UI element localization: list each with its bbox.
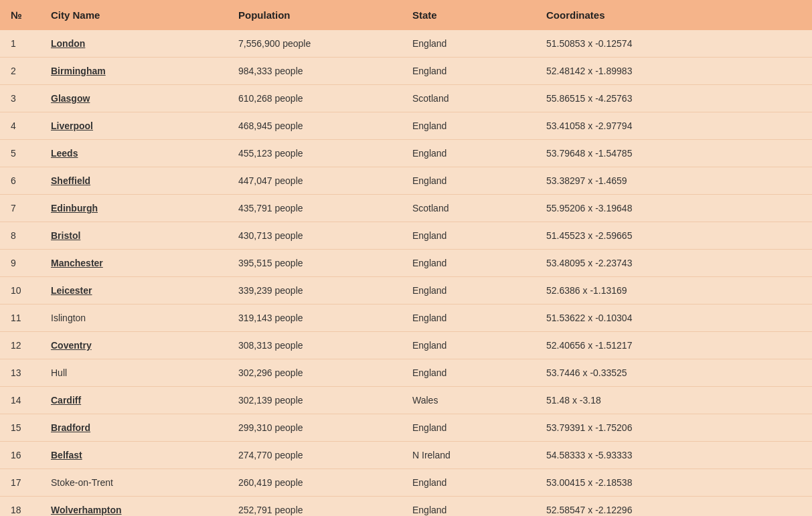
table-row: 6Sheffield447,047 peopleEngland53.38297 … bbox=[0, 167, 812, 195]
cell-city[interactable]: Coventry bbox=[40, 332, 228, 359]
cell-city[interactable]: Leeds bbox=[40, 140, 228, 167]
city-link[interactable]: Leeds bbox=[51, 148, 78, 159]
cell-state: England bbox=[402, 277, 536, 305]
cell-population: 308,313 people bbox=[228, 332, 402, 359]
header-city-name: City Name bbox=[40, 0, 228, 30]
cell-coordinates: 51.48 x -3.18 bbox=[536, 387, 812, 414]
cell-no: 10 bbox=[0, 277, 40, 305]
cell-state: England bbox=[402, 167, 536, 195]
cell-no: 3 bbox=[0, 85, 40, 112]
cell-population: 395,515 people bbox=[228, 250, 402, 277]
cell-state: England bbox=[402, 140, 536, 167]
cell-coordinates: 55.95206 x -3.19648 bbox=[536, 195, 812, 222]
cell-no: 1 bbox=[0, 30, 40, 58]
cell-no: 13 bbox=[0, 359, 40, 387]
city-link[interactable]: Bristol bbox=[51, 230, 80, 241]
cell-coordinates: 52.40656 x -1.51217 bbox=[536, 332, 812, 359]
cell-coordinates: 51.50853 x -0.12574 bbox=[536, 30, 812, 58]
cell-coordinates: 53.7446 x -0.33525 bbox=[536, 359, 812, 387]
city-link[interactable]: Bradford bbox=[51, 422, 90, 433]
cell-population: 339,239 people bbox=[228, 277, 402, 305]
table-row: 18Wolverhampton252,791 peopleEngland52.5… bbox=[0, 497, 812, 517]
city-link[interactable]: Wolverhampton bbox=[51, 505, 122, 515]
cell-city[interactable]: Glasgow bbox=[40, 85, 228, 112]
city-link[interactable]: London bbox=[51, 38, 85, 49]
cell-state: Scotland bbox=[402, 195, 536, 222]
cell-population: 7,556,900 people bbox=[228, 30, 402, 58]
cell-coordinates: 52.58547 x -2.12296 bbox=[536, 497, 812, 517]
cell-no: 12 bbox=[0, 332, 40, 359]
cell-population: 302,296 people bbox=[228, 359, 402, 387]
table-row: 15Bradford299,310 peopleEngland53.79391 … bbox=[0, 414, 812, 442]
cell-coordinates: 51.45523 x -2.59665 bbox=[536, 222, 812, 250]
city-link[interactable]: Birmingham bbox=[51, 66, 106, 76]
cell-no: 7 bbox=[0, 195, 40, 222]
cell-coordinates: 52.6386 x -1.13169 bbox=[536, 277, 812, 305]
city-link[interactable]: Belfast bbox=[51, 450, 82, 460]
city-link[interactable]: Leicester bbox=[51, 285, 92, 296]
city-link[interactable]: Glasgow bbox=[51, 93, 90, 104]
table-row: 1London7,556,900 peopleEngland51.50853 x… bbox=[0, 30, 812, 58]
cell-city[interactable]: Belfast bbox=[40, 442, 228, 469]
cell-population: 435,791 people bbox=[228, 195, 402, 222]
cell-coordinates: 51.53622 x -0.10304 bbox=[536, 305, 812, 332]
cell-city[interactable]: Manchester bbox=[40, 250, 228, 277]
city-link[interactable]: Manchester bbox=[51, 258, 103, 268]
cell-coordinates: 53.00415 x -2.18538 bbox=[536, 469, 812, 497]
table-row: 13Hull302,296 peopleEngland53.7446 x -0.… bbox=[0, 359, 812, 387]
cell-population: 302,139 people bbox=[228, 387, 402, 414]
header-state: State bbox=[402, 0, 536, 30]
cell-city[interactable]: Birmingham bbox=[40, 58, 228, 85]
cell-state: Wales bbox=[402, 387, 536, 414]
cell-coordinates: 53.41058 x -2.97794 bbox=[536, 112, 812, 140]
cell-no: 11 bbox=[0, 305, 40, 332]
cell-population: 260,419 people bbox=[228, 469, 402, 497]
cell-no: 5 bbox=[0, 140, 40, 167]
cell-population: 299,310 people bbox=[228, 414, 402, 442]
table-row: 9Manchester395,515 peopleEngland53.48095… bbox=[0, 250, 812, 277]
city-link[interactable]: Edinburgh bbox=[51, 203, 98, 213]
cell-city[interactable]: Edinburgh bbox=[40, 195, 228, 222]
cell-population: 455,123 people bbox=[228, 140, 402, 167]
cities-table: № City Name Population State Coordinates… bbox=[0, 0, 812, 516]
table-row: 3Glasgow610,268 peopleScotland55.86515 x… bbox=[0, 85, 812, 112]
cell-population: 447,047 people bbox=[228, 167, 402, 195]
cell-state: England bbox=[402, 58, 536, 85]
cell-population: 319,143 people bbox=[228, 305, 402, 332]
cell-state: England bbox=[402, 414, 536, 442]
cell-city[interactable]: Liverpool bbox=[40, 112, 228, 140]
cell-state: England bbox=[402, 222, 536, 250]
table-row: 12Coventry308,313 peopleEngland52.40656 … bbox=[0, 332, 812, 359]
cell-coordinates: 53.48095 x -2.23743 bbox=[536, 250, 812, 277]
city-link[interactable]: Liverpool bbox=[51, 120, 93, 131]
table-row: 10Leicester339,239 peopleEngland52.6386 … bbox=[0, 277, 812, 305]
cell-coordinates: 55.86515 x -4.25763 bbox=[536, 85, 812, 112]
city-link[interactable]: Cardiff bbox=[51, 395, 81, 406]
city-link[interactable]: Coventry bbox=[51, 340, 92, 351]
cell-city[interactable]: Bradford bbox=[40, 414, 228, 442]
cell-city[interactable]: Bristol bbox=[40, 222, 228, 250]
table-row: 11Islington319,143 peopleEngland51.53622… bbox=[0, 305, 812, 332]
table-row: 4Liverpool468,945 peopleEngland53.41058 … bbox=[0, 112, 812, 140]
cell-city[interactable]: Cardiff bbox=[40, 387, 228, 414]
cell-no: 9 bbox=[0, 250, 40, 277]
cell-population: 252,791 people bbox=[228, 497, 402, 517]
table-row: 14Cardiff302,139 peopleWales51.48 x -3.1… bbox=[0, 387, 812, 414]
cell-city[interactable]: Sheffield bbox=[40, 167, 228, 195]
header-no: № bbox=[0, 0, 40, 30]
cell-state: England bbox=[402, 497, 536, 517]
cell-no: 18 bbox=[0, 497, 40, 517]
cell-population: 274,770 people bbox=[228, 442, 402, 469]
cell-city[interactable]: Wolverhampton bbox=[40, 497, 228, 517]
cell-population: 610,268 people bbox=[228, 85, 402, 112]
cell-city[interactable]: London bbox=[40, 30, 228, 58]
cell-state: Scotland bbox=[402, 85, 536, 112]
cell-no: 16 bbox=[0, 442, 40, 469]
cell-state: England bbox=[402, 30, 536, 58]
table-container: № City Name Population State Coordinates… bbox=[0, 0, 812, 516]
cell-state: N Ireland bbox=[402, 442, 536, 469]
cell-city[interactable]: Leicester bbox=[40, 277, 228, 305]
cell-city: Islington bbox=[40, 305, 228, 332]
cell-coordinates: 52.48142 x -1.89983 bbox=[536, 58, 812, 85]
city-link[interactable]: Sheffield bbox=[51, 175, 90, 186]
